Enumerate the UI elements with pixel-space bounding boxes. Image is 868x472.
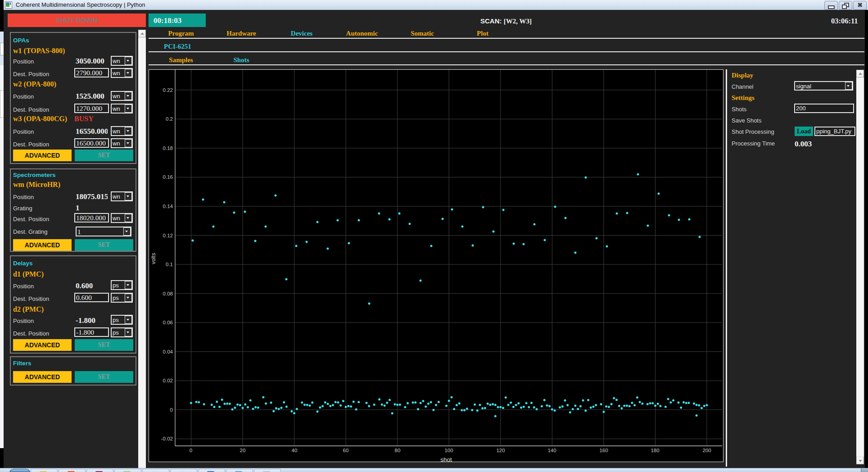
svg-text:volts: volts <box>150 253 157 264</box>
svg-text:0.14: 0.14 <box>163 204 173 209</box>
svg-text:0.22: 0.22 <box>163 87 173 93</box>
svg-text:60: 60 <box>343 448 349 453</box>
svg-text:120: 120 <box>496 448 505 453</box>
svg-text:180: 180 <box>651 448 659 453</box>
svg-text:0.02: 0.02 <box>163 378 173 383</box>
svg-text:0.12: 0.12 <box>163 233 173 238</box>
svg-text:0.06: 0.06 <box>163 320 173 325</box>
svg-text:160: 160 <box>599 448 608 453</box>
svg-text:20: 20 <box>240 448 246 453</box>
svg-text:0.16: 0.16 <box>163 174 173 180</box>
svg-text:0: 0 <box>170 407 173 413</box>
svg-text:100: 100 <box>444 448 453 453</box>
svg-text:0.1: 0.1 <box>166 262 173 267</box>
svg-text:0.08: 0.08 <box>163 291 173 296</box>
svg-text:0: 0 <box>190 448 192 453</box>
svg-text:0.04: 0.04 <box>163 349 173 354</box>
svg-text:40: 40 <box>292 448 298 453</box>
svg-text:-0.02: -0.02 <box>161 436 173 441</box>
svg-text:200: 200 <box>702 448 711 453</box>
svg-text:80: 80 <box>395 448 401 453</box>
svg-text:0.18: 0.18 <box>163 145 173 151</box>
svg-text:shot: shot <box>440 456 452 462</box>
svg-text:140: 140 <box>547 448 556 453</box>
svg-text:0.2: 0.2 <box>166 116 173 122</box>
